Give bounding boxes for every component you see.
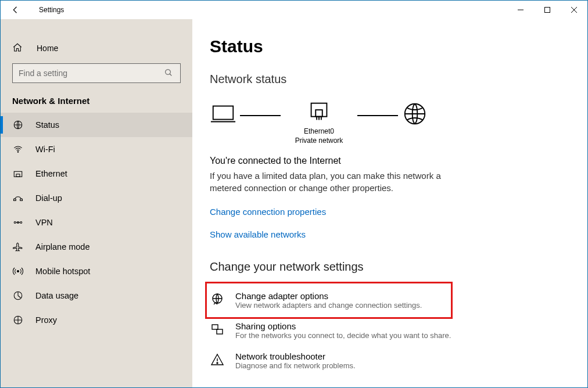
search-icon — [164, 68, 174, 79]
svg-point-12 — [14, 222, 16, 224]
minimize-button[interactable] — [507, 1, 534, 19]
airplane-icon — [12, 242, 24, 252]
sidebar-home[interactable]: Home — [1, 35, 192, 61]
sidebar-item-label: Wi-Fi — [35, 145, 55, 154]
svg-point-15 — [17, 271, 19, 272]
option-sharing[interactable]: Sharing options For the networks you con… — [210, 315, 465, 346]
sidebar-item-label: VPN — [35, 218, 53, 227]
svg-rect-26 — [212, 325, 218, 329]
network-status-heading: Network status — [210, 73, 564, 86]
sidebar-item-ethernet[interactable]: Ethernet — [1, 161, 192, 186]
option-desc: View network adapters and change connect… — [235, 301, 422, 310]
hotspot-icon — [12, 266, 24, 276]
sidebar-item-label: Mobile hotspot — [35, 267, 90, 276]
vpn-icon — [12, 217, 24, 228]
sidebar-item-label: Ethernet — [35, 169, 67, 178]
ethernet-icon — [12, 168, 24, 179]
svg-point-29 — [217, 362, 218, 364]
ethernet-adapter-icon — [306, 99, 332, 127]
globe-icon — [401, 100, 428, 129]
home-icon — [12, 42, 23, 55]
adapter-type: Private network — [284, 136, 354, 146]
sidebar-item-label: Airplane mode — [35, 242, 90, 252]
maximize-button[interactable] — [534, 1, 561, 19]
svg-rect-11 — [20, 199, 23, 201]
window-title: Settings — [39, 6, 64, 14]
connected-body: If you have a limited data plan, you can… — [210, 170, 460, 194]
svg-rect-1 — [545, 7, 550, 12]
computer-icon — [210, 100, 236, 129]
globe-status-icon — [12, 120, 24, 130]
dialup-icon — [12, 193, 24, 203]
adapter-options-icon — [210, 291, 225, 310]
sidebar-item-airplane[interactable]: Airplane mode — [1, 235, 192, 259]
option-title: Sharing options — [235, 321, 451, 331]
option-title: Change adapter options — [235, 291, 422, 301]
sidebar-item-label: Status — [35, 120, 59, 130]
sidebar-nav: Status Wi-Fi Ethernet Dial-up VPN — [1, 113, 192, 332]
proxy-icon — [12, 315, 24, 325]
option-title: Network troubleshooter — [235, 351, 356, 361]
diagram-line — [240, 115, 281, 116]
page-title: Status — [210, 37, 564, 56]
troubleshooter-icon — [210, 351, 225, 370]
main-content: Status Network status Ethernet0 Private … — [192, 19, 587, 387]
diagram-internet — [401, 100, 428, 144]
link-change-connection-properties[interactable]: Change connection properties — [210, 207, 564, 217]
datausage-icon — [12, 290, 24, 301]
sidebar-item-vpn[interactable]: VPN — [1, 210, 192, 235]
sidebar-item-dialup[interactable]: Dial-up — [1, 186, 192, 210]
option-change-adapter[interactable]: Change adapter options View network adap… — [210, 285, 465, 315]
sharing-icon — [210, 321, 225, 340]
sidebar-item-wifi[interactable]: Wi-Fi — [1, 137, 192, 161]
change-settings-heading: Change your network settings — [210, 260, 564, 274]
sidebar: Home Network & Internet Status Wi — [1, 19, 192, 387]
close-button[interactable] — [561, 1, 587, 19]
back-button[interactable] — [4, 5, 27, 15]
sidebar-item-label: Dial-up — [35, 193, 62, 203]
option-desc: Diagnose and fix network problems. — [235, 361, 356, 370]
option-troubleshooter[interactable]: Network troubleshooter Diagnose and fix … — [210, 346, 465, 376]
svg-rect-18 — [213, 106, 234, 119]
svg-rect-9 — [16, 174, 20, 177]
search-input-wrap[interactable] — [12, 63, 181, 83]
svg-point-7 — [17, 152, 19, 153]
sidebar-item-label: Data usage — [35, 291, 78, 300]
sidebar-item-status[interactable]: Status — [1, 113, 192, 137]
svg-rect-10 — [14, 199, 16, 201]
titlebar: Settings — [1, 1, 587, 19]
link-show-available-networks[interactable]: Show available networks — [210, 229, 564, 239]
connected-heading: You're connected to the Internet — [210, 156, 564, 166]
diagram-pc — [210, 100, 236, 144]
svg-rect-20 — [315, 110, 322, 117]
svg-line-5 — [170, 74, 171, 76]
adapter-name: Ethernet0 — [284, 127, 354, 136]
sidebar-item-hotspot[interactable]: Mobile hotspot — [1, 259, 192, 283]
sidebar-item-datausage[interactable]: Data usage — [1, 283, 192, 308]
search-input[interactable] — [19, 69, 164, 78]
diagram-line — [357, 115, 398, 116]
sidebar-item-proxy[interactable]: Proxy — [1, 308, 192, 332]
sidebar-home-label: Home — [37, 44, 58, 53]
svg-point-13 — [20, 222, 22, 224]
sidebar-item-label: Proxy — [35, 315, 57, 325]
svg-rect-27 — [217, 329, 223, 334]
network-diagram: Ethernet0 Private network — [210, 99, 564, 145]
wifi-icon — [12, 144, 24, 155]
diagram-adapter: Ethernet0 Private network — [284, 99, 354, 145]
option-desc: For the networks you connect to, decide … — [235, 331, 451, 340]
sidebar-category: Network & Internet — [12, 96, 181, 106]
